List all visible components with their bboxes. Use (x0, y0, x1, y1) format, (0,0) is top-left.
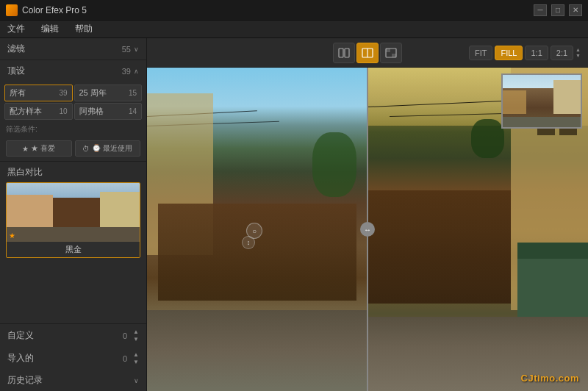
mini-road (503, 117, 581, 127)
zoom-up-arrow[interactable]: ▲ (576, 47, 581, 52)
dumpster (517, 259, 588, 317)
menu-file[interactable]: 文件 (4, 21, 28, 37)
zoom-arrows: ▲ ▼ (576, 47, 581, 58)
menu-edit[interactable]: 编辑 (38, 21, 62, 37)
left-panel: 滤镜 55 ∨ 顶设 39 ∧ 所有 39 (0, 38, 147, 391)
single-view-button[interactable] (356, 43, 379, 63)
recent-filter-btn[interactable]: ⏱ ⌚ 最近使用 (75, 140, 141, 157)
split-handle[interactable]: ↔ (360, 222, 375, 237)
presets-header[interactable]: 顶设 39 ∧ (0, 60, 146, 82)
custom-section-header[interactable]: 自定义 0 ▲ ▼ (0, 324, 146, 347)
bottom-sections: 自定义 0 ▲ ▼ 导入的 0 ▲ ▼ (0, 323, 146, 391)
imported-title: 导入的 (7, 352, 34, 365)
history-section-header[interactable]: 历史记录 ∨ (0, 370, 146, 391)
star-icon: ★ (22, 145, 29, 153)
history-chevron: ∨ (134, 377, 139, 384)
adj-icon-2: ↕ (247, 239, 251, 246)
preset-tag-recipe[interactable]: 配方样本 10 (4, 103, 73, 120)
split-handle-icon: ↔ (364, 226, 371, 234)
minimize-button[interactable]: ─ (534, 4, 547, 16)
photo-left-half: ○ ↕ (147, 68, 368, 391)
filter-condition-label: 筛选条件: (4, 123, 142, 137)
svg-rect-0 (339, 49, 343, 57)
history-title: 历史记录 (7, 374, 43, 387)
title-bar-left: Color Efex Pro 5 (6, 4, 87, 16)
main-layout: 滤镜 55 ∨ 顶设 39 ∧ 所有 39 (0, 38, 588, 391)
spinner-down-icon[interactable]: ▼ (133, 336, 139, 342)
adj-icon-1: ○ (252, 227, 257, 235)
presets-title: 顶设 (7, 65, 25, 77)
filters-title: 滤镜 (7, 43, 25, 55)
thumb-star-icon: ★ (9, 232, 15, 240)
left-photo-bg: ○ ↕ (147, 68, 368, 391)
clock-icon: ⏱ (82, 145, 90, 153)
preset-tag-grid: 所有 39 25 周年 15 配方样本 10 阿弗格 14 (4, 85, 142, 120)
2to1-zoom-button[interactable]: 2:1 (551, 46, 573, 60)
photo-area: ○ ↕ ↔ (147, 68, 588, 391)
imported-spinner-down-icon[interactable]: ▼ (133, 359, 139, 365)
custom-spinner: ▲ ▼ (133, 329, 139, 342)
imported-spinner-up-icon[interactable]: ▲ (133, 351, 139, 358)
presets-count: 39 ∧ (122, 67, 139, 76)
mini-building-right (553, 80, 581, 114)
imported-count: 0 ▲ ▼ (123, 351, 139, 365)
watermark: CJtimo.com (521, 373, 579, 384)
preset-tag-afg[interactable]: 阿弗格 14 (74, 103, 143, 120)
spinner-up-icon[interactable]: ▲ (133, 329, 139, 335)
favorites-filter-btn[interactable]: ★ ★ 喜爱 (6, 140, 72, 157)
mini-preview-inner (503, 75, 581, 127)
preset-tag-25th[interactable]: 25 周年 15 (74, 85, 143, 101)
presets-section: 顶设 39 ∧ 所有 39 25 周年 15 配 (0, 60, 146, 162)
adj-circle-2[interactable]: ↕ (242, 236, 255, 249)
imported-section-header[interactable]: 导入的 0 ▲ ▼ (0, 347, 146, 370)
imported-spinner: ▲ ▼ (133, 351, 139, 365)
menu-bar: 文件 编辑 帮助 (0, 21, 588, 38)
presets-chevron: ∧ (134, 68, 139, 75)
thumb-building-left (7, 195, 53, 227)
filter-item-label: 黑白对比 (7, 167, 43, 177)
dumpster-top (517, 243, 588, 259)
filters-chevron: ∨ (134, 46, 139, 53)
title-bar: Color Efex Pro 5 ─ □ ✕ (0, 0, 588, 21)
filters-section: 滤镜 55 ∨ (0, 38, 146, 60)
thumb-road (7, 227, 140, 242)
photo-toolbar: FIT FILL 1:1 2:1 ▲ ▼ (147, 38, 588, 68)
window-controls[interactable]: ─ □ ✕ (534, 4, 582, 16)
app-icon (6, 4, 18, 16)
zoom-controls: FIT FILL 1:1 2:1 ▲ ▼ (469, 46, 581, 60)
road-left (147, 310, 368, 391)
split-divider: ↔ (367, 68, 368, 391)
fence-right (368, 190, 511, 304)
maximize-button[interactable]: □ (551, 4, 564, 16)
thumb-building-right (100, 192, 140, 227)
preset-tag-all[interactable]: 所有 39 (4, 85, 73, 101)
svg-rect-6 (392, 54, 396, 57)
filter-bar: ★ ★ 喜爱 ⏱ ⌚ 最近使用 (4, 140, 142, 157)
custom-count: 0 ▲ ▼ (123, 329, 139, 342)
fill-zoom-button[interactable]: FILL (495, 46, 523, 60)
compare-view-button[interactable] (333, 43, 355, 63)
close-button[interactable]: ✕ (569, 4, 582, 16)
zoom-down-arrow[interactable]: ▼ (576, 53, 581, 58)
filter-card-blackgold[interactable]: ★ 黑金 (6, 182, 140, 258)
mini-building-left (503, 90, 526, 114)
app-title: Color Efex Pro 5 (22, 5, 87, 15)
filters-header[interactable]: 滤镜 55 ∨ (0, 38, 146, 60)
thumb-fence (53, 198, 99, 227)
tree-right (471, 119, 504, 158)
center-area: FIT FILL 1:1 2:1 ▲ ▼ (147, 38, 588, 391)
history-count: ∨ (131, 377, 139, 384)
view-mode-group (333, 43, 402, 63)
fence-left (158, 204, 356, 301)
1to1-zoom-button[interactable]: 1:1 (525, 46, 548, 60)
split-view-button[interactable] (380, 43, 402, 63)
filter-card-label: 黑金 (7, 242, 140, 257)
fit-zoom-button[interactable]: FIT (469, 46, 493, 60)
custom-title: 自定义 (7, 329, 34, 342)
menu-help[interactable]: 帮助 (72, 21, 96, 37)
tree-left (312, 132, 356, 197)
svg-rect-5 (386, 49, 390, 52)
mini-preview[interactable] (501, 73, 582, 129)
svg-rect-1 (345, 49, 349, 57)
presets-content: 所有 39 25 周年 15 配方样本 10 阿弗格 14 (0, 82, 146, 161)
